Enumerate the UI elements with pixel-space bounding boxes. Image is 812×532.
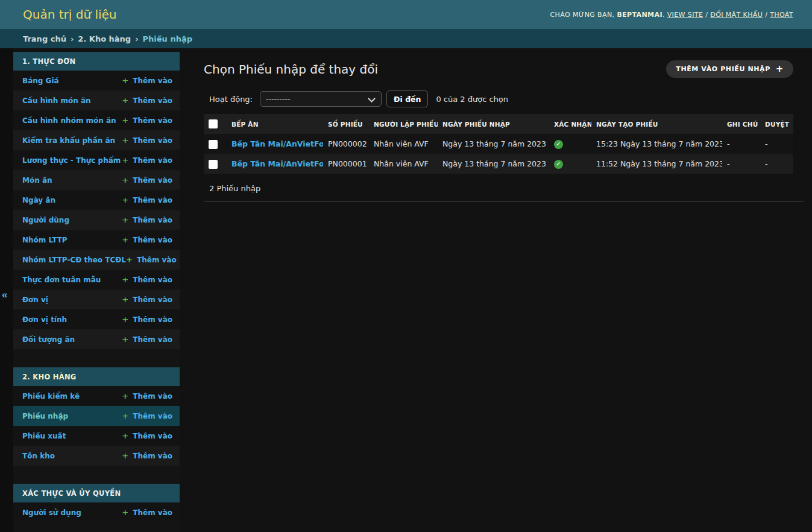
plus-icon: + bbox=[122, 335, 128, 344]
sidebar-row: Đối tượng ăn+ Thêm vào bbox=[13, 329, 180, 349]
sidebar-add-link[interactable]: + Thêm vào bbox=[122, 295, 172, 304]
sidebar-add-link[interactable]: + Thêm vào bbox=[122, 176, 172, 185]
table-row: Bếp Tân Mai/AnVietFoodPN000002Nhân viên … bbox=[204, 134, 793, 154]
bep-an-cell: Bếp Tân Mai/AnVietFood bbox=[227, 134, 323, 154]
action-select-wrap: --------- bbox=[260, 91, 382, 107]
sidebar-item-link[interactable]: Đơn vị tính bbox=[22, 315, 67, 324]
bep-an-link[interactable]: Bếp Tân Mai/AnVietFood bbox=[231, 139, 323, 148]
sidebar-item-link[interactable]: Người sử dụng bbox=[22, 508, 81, 517]
sidebar-add-link[interactable]: + Thêm vào bbox=[122, 508, 172, 517]
plus-icon: + bbox=[122, 116, 128, 125]
sidebar-row: Lương thực - Thực phẩm+ Thêm vào bbox=[13, 150, 180, 170]
plus-icon: + bbox=[122, 451, 128, 460]
sidebar-item-link[interactable]: Nhóm LTTP-CĐ theo TCĐL bbox=[22, 256, 126, 264]
plus-icon: + bbox=[122, 508, 128, 517]
sidebar-row: Thực đơn tuần mẫu+ Thêm vào bbox=[13, 270, 180, 290]
breadcrumb-separator: › bbox=[135, 34, 138, 43]
column-header[interactable]: GHI CHÚ bbox=[722, 114, 760, 134]
sidebar-add-link[interactable]: + Thêm vào bbox=[122, 156, 172, 165]
sidebar-item-link[interactable]: Lương thực - Thực phẩm bbox=[22, 156, 121, 165]
select-all-checkbox[interactable] bbox=[209, 119, 218, 128]
sidebar-row: Nhóm LTTP-CĐ theo TCĐL+ Thêm vào bbox=[13, 250, 180, 270]
go-button[interactable]: Đi đến bbox=[386, 90, 428, 107]
sidebar-row: Người dùng+ Thêm vào bbox=[13, 210, 180, 230]
xac-nhan-cell: ✓ bbox=[549, 154, 591, 174]
sidebar-add-link[interactable]: + Thêm vào bbox=[126, 255, 177, 264]
sidebar-item-link[interactable]: Cấu hình món ăn bbox=[22, 97, 91, 105]
change-password-link[interactable]: ĐỔI MẬT KHẨU bbox=[710, 11, 763, 19]
column-header[interactable]: XÁC NHẬN bbox=[549, 114, 591, 134]
sidebar-add-link[interactable]: + Thêm vào bbox=[122, 431, 172, 440]
plus-icon: + bbox=[122, 136, 128, 145]
sidebar-item-link[interactable]: Phiếu xuất bbox=[22, 432, 66, 440]
sidebar-row: Phiếu xuất+ Thêm vào bbox=[13, 426, 180, 446]
sidebar-item-link[interactable]: Bảng Giá bbox=[22, 77, 59, 85]
sidebar-add-link[interactable]: + Thêm vào bbox=[122, 96, 172, 105]
ngay-tao-phieu-cell: 15:23 Ngày 13 tháng 7 năm 2023 bbox=[591, 134, 722, 154]
link-separator: / bbox=[705, 11, 708, 19]
sidebar-item-link[interactable]: Đối tượng ăn bbox=[22, 335, 75, 344]
sidebar-row: Kiểm tra khẩu phần ăn+ Thêm vào bbox=[13, 130, 180, 150]
sidebar-add-link[interactable]: + Thêm vào bbox=[122, 116, 172, 125]
column-header[interactable]: DUYỆT bbox=[760, 114, 793, 134]
sidebar-row: Phiếu nhập+ Thêm vào bbox=[13, 406, 180, 426]
sidebar-add-link[interactable]: + Thêm vào bbox=[122, 136, 172, 145]
plus-icon: + bbox=[126, 255, 133, 264]
add-object-button[interactable]: THÊM VÀO PHIẾU NHẬP + bbox=[666, 60, 793, 78]
sidebar-add-link[interactable]: + Thêm vào bbox=[122, 391, 172, 401]
sidebar-item-link[interactable]: Cấu hình nhóm món ăn bbox=[22, 116, 116, 125]
sidebar-item-link[interactable]: Phiếu nhập bbox=[22, 412, 68, 420]
row-checkbox[interactable] bbox=[209, 140, 218, 149]
sidebar-add-link[interactable]: + Thêm vào bbox=[122, 411, 172, 420]
bep-an-link[interactable]: Bếp Tân Mai/AnVietFood bbox=[231, 159, 323, 168]
sidebar-row: Người sử dụng+ Thêm vào bbox=[13, 502, 180, 522]
sidebar-add-link[interactable]: + Thêm vào bbox=[122, 451, 172, 460]
sidebar-add-link[interactable]: + Thêm vào bbox=[122, 335, 172, 344]
sidebar-row: Cấu hình nhóm món ăn+ Thêm vào bbox=[13, 110, 180, 130]
column-header[interactable]: NGÀY PHIẾU NHẬP bbox=[438, 114, 549, 134]
sidebar-item-link[interactable]: Tồn kho bbox=[22, 452, 55, 460]
username: BEPTANMAI bbox=[617, 11, 662, 19]
plus-icon: + bbox=[122, 156, 128, 165]
sidebar-item-link[interactable]: Người dùng bbox=[22, 216, 69, 224]
sidebar-row: Cấu hình món ăn+ Thêm vào bbox=[13, 90, 180, 110]
plus-icon: + bbox=[122, 176, 128, 185]
action-select[interactable]: --------- bbox=[260, 91, 382, 107]
column-header[interactable]: BẾP ĂN bbox=[227, 114, 323, 134]
xac-nhan-cell: ✓ bbox=[549, 134, 591, 154]
sidebar-item-link[interactable]: Đơn vị bbox=[22, 296, 48, 304]
sidebar-add-link[interactable]: + Thêm vào bbox=[122, 315, 172, 324]
column-header[interactable]: NGÀY TẠO PHIẾU bbox=[591, 114, 722, 134]
breadcrumb-app-link[interactable]: 2. Kho hàng bbox=[78, 34, 131, 43]
link-separator: / bbox=[765, 11, 767, 19]
sidebar-add-link[interactable]: + Thêm vào bbox=[122, 76, 172, 85]
sidebar-section-header: 2. KHO HÀNG bbox=[13, 367, 180, 386]
sidebar-add-link[interactable]: + Thêm vào bbox=[122, 235, 172, 244]
sidebar-item-link[interactable]: Kiểm tra khẩu phần ăn bbox=[22, 136, 115, 145]
sidebar-item-link[interactable]: Nhóm LTTP bbox=[22, 236, 68, 244]
sidebar-add-link[interactable]: + Thêm vào bbox=[122, 195, 172, 204]
sidebar-gap bbox=[13, 466, 180, 484]
row-checkbox[interactable] bbox=[209, 160, 218, 169]
welcome-suffix: . bbox=[663, 11, 665, 19]
sidebar-item-link[interactable]: Phiếu kiểm kê bbox=[22, 392, 80, 401]
actions-bar: Hoạt động: --------- Đi đến 0 của 2 được… bbox=[204, 90, 804, 107]
view-site-link[interactable]: VIEW SITE bbox=[667, 11, 703, 19]
row-checkbox-cell bbox=[204, 154, 227, 174]
sidebar-item-link[interactable]: Thực đơn tuần mẫu bbox=[22, 276, 101, 284]
logout-link[interactable]: THOÁT bbox=[770, 11, 793, 19]
sidebar-row: Đơn vị tính+ Thêm vào bbox=[13, 309, 180, 329]
sidebar-row: Tồn kho+ Thêm vào bbox=[13, 446, 180, 466]
column-header[interactable]: NGƯỜI LẬP PHIẾU bbox=[369, 114, 438, 134]
column-header[interactable]: SỐ PHIẾU bbox=[323, 114, 369, 134]
sidebar-row: Món ăn+ Thêm vào bbox=[13, 170, 180, 190]
duyet-cell: - bbox=[760, 154, 793, 174]
breadcrumb-home-link[interactable]: Trang chủ bbox=[23, 34, 66, 43]
sidebar-collapse-toggle[interactable]: « bbox=[2, 290, 7, 300]
sidebar-add-link[interactable]: + Thêm vào bbox=[122, 275, 172, 284]
breadcrumb-separator: › bbox=[71, 34, 74, 43]
action-label: Hoạt động: bbox=[209, 95, 253, 104]
sidebar-item-link[interactable]: Ngày ăn bbox=[22, 196, 55, 204]
sidebar-add-link[interactable]: + Thêm vào bbox=[122, 215, 172, 224]
sidebar-item-link[interactable]: Món ăn bbox=[22, 176, 52, 185]
